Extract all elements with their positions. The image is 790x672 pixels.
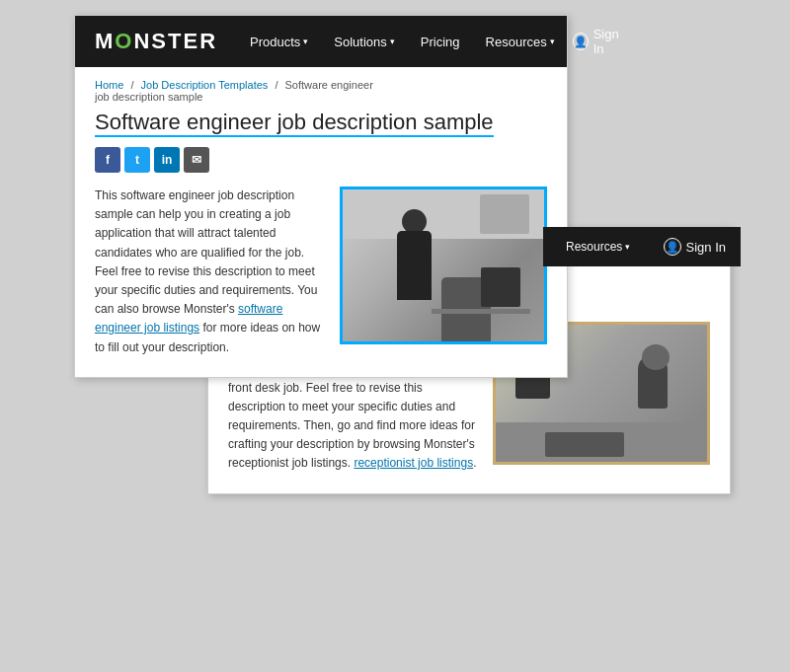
- resources-nav-back[interactable]: Resources ▾: [558, 234, 638, 260]
- page-title: Software engineer job description sample: [95, 110, 494, 137]
- resources-label: Resources: [486, 35, 547, 49]
- products-label: Products: [250, 35, 300, 49]
- products-nav[interactable]: Products ▾: [242, 29, 316, 55]
- social-icons-front: f t in ✉: [95, 147, 547, 173]
- account-icon-back: 👤: [664, 238, 681, 256]
- products-chevron: ▾: [303, 37, 308, 46]
- secondary-navbar: Resources ▾ 👤 Sign In: [543, 227, 741, 266]
- account-icon: 👤: [573, 33, 589, 50]
- breadcrumb-current: Software engineer: [285, 79, 373, 91]
- signin-label: Sign In: [593, 27, 621, 56]
- solutions-nav[interactable]: Solutions ▾: [326, 29, 402, 55]
- em-button-front[interactable]: ✉: [184, 147, 209, 173]
- signin-label-back: Sign In: [686, 240, 726, 255]
- sw-image: [340, 187, 547, 344]
- resources-chevron-back: ▾: [625, 242, 630, 252]
- software-engineer-card: MONSTER Products ▾ Solutions ▾ Pricing R…: [74, 15, 568, 378]
- front-content-body: This software engineer job description s…: [95, 187, 547, 357]
- receptionist-listings-link[interactable]: receptionist job listings: [354, 456, 473, 470]
- logo-o: O: [115, 29, 133, 53]
- breadcrumb-sub: job description sample: [95, 91, 202, 103]
- solutions-chevron: ▾: [390, 37, 395, 46]
- pricing-label: Pricing: [421, 35, 460, 49]
- monster-logo[interactable]: MONSTER: [95, 29, 217, 54]
- resources-chevron: ▾: [550, 37, 555, 46]
- tw-button-front[interactable]: t: [124, 147, 150, 173]
- fb-button-front[interactable]: f: [95, 147, 120, 173]
- breadcrumb: Home / Job Description Templates / Softw…: [75, 67, 567, 105]
- pricing-nav[interactable]: Pricing: [413, 29, 468, 55]
- breadcrumb-home[interactable]: Home: [95, 79, 123, 91]
- front-body-text: This software engineer job description s…: [95, 187, 324, 357]
- signin-nav-back[interactable]: 👤 Sign In: [664, 238, 726, 256]
- resources-nav[interactable]: Resources ▾: [478, 29, 563, 55]
- signin-nav[interactable]: 👤 Sign In: [573, 27, 621, 56]
- sw-listings-link[interactable]: software engineer job listings: [95, 302, 282, 335]
- li-button-front[interactable]: in: [154, 147, 180, 173]
- solutions-label: Solutions: [334, 35, 386, 49]
- main-navbar: MONSTER Products ▾ Solutions ▾ Pricing R…: [75, 16, 567, 67]
- breadcrumb-section[interactable]: Job Description Templates: [141, 79, 269, 91]
- title-wrap: Software engineer job description sample: [95, 110, 547, 135]
- content-area: Software engineer job description sample…: [75, 105, 567, 377]
